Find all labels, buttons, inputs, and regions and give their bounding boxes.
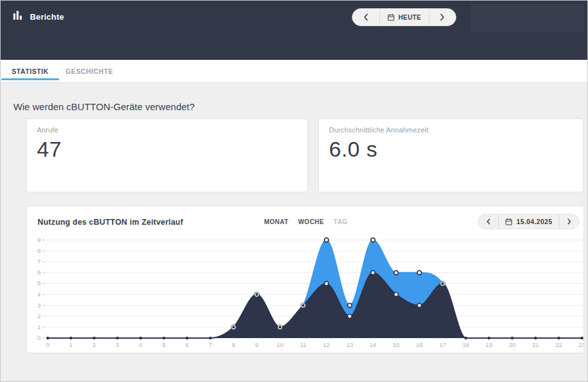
- chart-card: Nutzung des cBUTTON im Zeitverlauf MONAT…: [26, 206, 584, 353]
- stat-cards-row: Anrufe 47 Durchschnittliche Annahmezeit …: [26, 118, 587, 192]
- svg-text:7: 7: [209, 341, 212, 348]
- header-date-nav: HEUTE: [352, 8, 456, 26]
- brand: Berichte: [13, 10, 64, 24]
- header-highlight: [471, 4, 584, 32]
- chevron-right-icon: [567, 218, 571, 225]
- section-question: Wie werden cBUTTON-Geräte verwendet?: [13, 101, 587, 112]
- svg-text:13: 13: [346, 341, 353, 348]
- calendar-icon: [388, 13, 395, 21]
- tab-geschichte-label: GESCHICHTE: [66, 67, 113, 75]
- svg-text:9: 9: [38, 236, 41, 243]
- svg-text:11: 11: [300, 341, 307, 348]
- stat-value: 47: [37, 137, 297, 162]
- tab-statistik-label: STATISTIK: [11, 67, 48, 75]
- app-header: Berichte HEUTE: [1, 1, 587, 60]
- header-date-label: HEUTE: [398, 14, 421, 21]
- svg-text:0: 0: [38, 334, 41, 341]
- svg-text:20: 20: [509, 341, 516, 348]
- stat-label: Anrufe: [37, 126, 297, 134]
- svg-text:16: 16: [416, 341, 423, 348]
- svg-text:8: 8: [232, 341, 235, 348]
- chevron-right-icon: [440, 13, 445, 21]
- svg-text:0: 0: [46, 341, 49, 348]
- svg-text:2: 2: [92, 341, 95, 348]
- svg-text:12: 12: [323, 341, 330, 348]
- chart-date-nav: 15.04.2025: [478, 214, 579, 229]
- svg-text:1: 1: [38, 323, 41, 330]
- chart-title: Nutzung des cBUTTON im Zeitverlauf: [38, 218, 183, 227]
- chart-date-prev-button[interactable]: [479, 215, 498, 229]
- period-option-tag[interactable]: TAG: [333, 218, 347, 225]
- svg-text:3: 3: [38, 302, 41, 309]
- svg-text:10: 10: [277, 341, 284, 348]
- chart-date-label: 15.04.2025: [516, 218, 552, 225]
- svg-text:21: 21: [532, 341, 539, 348]
- svg-text:15: 15: [393, 341, 400, 348]
- svg-text:17: 17: [439, 341, 446, 348]
- chart-date-next-button[interactable]: [559, 215, 578, 229]
- berichte-page: Berichte HEUTE: [0, 0, 588, 382]
- header-date-next-button[interactable]: [429, 9, 456, 25]
- header-date-prev-button[interactable]: [353, 9, 379, 25]
- svg-text:4: 4: [38, 291, 41, 298]
- header-date-today-button[interactable]: HEUTE: [379, 9, 429, 25]
- svg-text:18: 18: [463, 341, 470, 348]
- svg-text:2: 2: [38, 313, 41, 320]
- usage-area-chart: 0123456789012345678910111213141516171819…: [31, 232, 584, 350]
- chevron-left-icon: [486, 218, 491, 225]
- svg-text:1: 1: [69, 341, 73, 348]
- svg-text:3: 3: [116, 341, 119, 348]
- svg-text:5: 5: [162, 341, 165, 348]
- svg-text:6: 6: [38, 269, 41, 276]
- stat-card-annahmezeit: Durchschnittliche Annahmezeit 6.0 s: [318, 118, 584, 192]
- chevron-left-icon: [363, 13, 368, 21]
- active-tab-underline: [1, 78, 59, 80]
- period-option-monat[interactable]: MONAT: [264, 218, 288, 225]
- stat-card-anrufe: Anrufe 47: [26, 118, 308, 192]
- svg-text:14: 14: [370, 341, 377, 348]
- svg-text:8: 8: [38, 247, 41, 254]
- chart-date-button[interactable]: 15.04.2025: [498, 215, 559, 229]
- svg-text:6: 6: [185, 341, 188, 348]
- tab-bar: STATISTIK GESCHICHTE: [1, 60, 587, 83]
- svg-text:22: 22: [556, 341, 563, 348]
- period-toggle: MONAT WOCHE TAG: [264, 218, 347, 225]
- svg-text:23: 23: [578, 341, 584, 348]
- tab-geschichte[interactable]: GESCHICHTE: [60, 60, 119, 82]
- period-option-woche[interactable]: WOCHE: [298, 218, 324, 225]
- bar-chart-icon: [13, 10, 23, 24]
- svg-text:4: 4: [139, 341, 142, 348]
- svg-text:9: 9: [255, 341, 258, 348]
- calendar-icon: [505, 218, 512, 225]
- svg-text:19: 19: [486, 341, 493, 348]
- page-title: Berichte: [30, 12, 64, 22]
- svg-text:5: 5: [38, 279, 41, 286]
- stat-value: 6.0 s: [329, 137, 573, 162]
- svg-text:7: 7: [38, 258, 41, 265]
- stat-label: Durchschnittliche Annahmezeit: [329, 126, 573, 134]
- tab-statistik[interactable]: STATISTIK: [1, 60, 60, 82]
